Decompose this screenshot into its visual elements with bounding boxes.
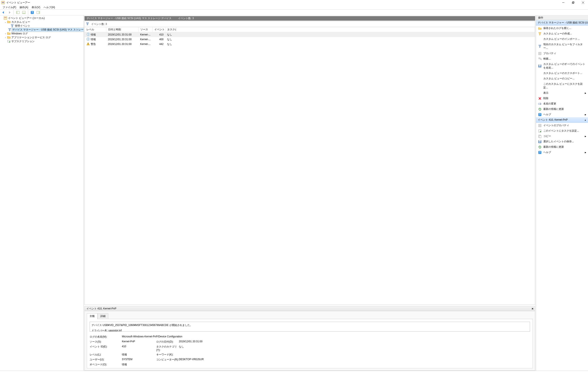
group-title: イベント 410, Kernel-PnP bbox=[538, 118, 567, 122]
col-event-id[interactable]: イベント ... bbox=[152, 27, 165, 32]
tree-windows-logs[interactable]: › Windows ログ bbox=[1, 32, 84, 35]
none-icon bbox=[538, 91, 542, 95]
action-item[interactable]: 削除 bbox=[536, 96, 588, 101]
menu-help[interactable]: ヘルプ(H) bbox=[42, 5, 57, 10]
minimize-button[interactable] bbox=[558, 0, 568, 5]
svg-line-34 bbox=[541, 59, 541, 60]
subscription-icon bbox=[7, 40, 10, 43]
svg-rect-15 bbox=[39, 11, 40, 14]
action-item[interactable]: カスタム ビューの作成... bbox=[536, 31, 588, 36]
toolbar-scope-button[interactable] bbox=[15, 10, 21, 15]
action-item[interactable]: カスタム ビューのすべてのイベントを名前... bbox=[536, 62, 588, 71]
action-item[interactable]: プロパティ bbox=[536, 51, 588, 56]
action-item[interactable]: 現在のカスタム ビューをフィルター... bbox=[536, 42, 588, 51]
action-label: 表示 bbox=[543, 91, 548, 95]
tree-label: アプリケーションとサービス ログ bbox=[11, 36, 51, 39]
actions-group2-header[interactable]: イベント 410, Kernel-PnP ▲ bbox=[536, 117, 588, 123]
actions-group1-header[interactable]: デバイス マネージャー - USB 接続 SCSI (UAS) ... ▲ bbox=[536, 20, 588, 26]
menu-view[interactable]: 表示(V) bbox=[30, 5, 42, 10]
tab-detail[interactable]: 詳細 bbox=[98, 313, 108, 319]
funnel-icon bbox=[86, 22, 89, 26]
tree-selected-view[interactable]: デバイス マネージャー - USB 接続 SCSI (UAS) マス ストレージ… bbox=[1, 28, 84, 32]
back-button[interactable] bbox=[1, 10, 6, 15]
label-task-cat: タスクのカテゴリ(Y): bbox=[156, 345, 179, 352]
action-item[interactable]: ?ヘルプ▶ bbox=[536, 150, 588, 155]
chevron-right-icon: ▶ bbox=[585, 135, 586, 137]
toolbar-help-button[interactable]: ? bbox=[30, 10, 35, 15]
label-source: ソース(S): bbox=[90, 340, 122, 343]
action-item[interactable]: このイベントにタスクを設定... bbox=[536, 128, 588, 134]
action-item[interactable]: 最新の情報に更新 bbox=[536, 107, 588, 112]
link-event-log-help[interactable]: イベント ログのヘルプ bbox=[122, 368, 148, 368]
action-item[interactable]: このカスタム ビューにタスクを設定... bbox=[536, 81, 588, 90]
action-item[interactable]: カスタム ビューのコピー... bbox=[536, 76, 588, 81]
action-item[interactable]: 検索... bbox=[536, 56, 588, 62]
details-close-button[interactable]: ✕ bbox=[532, 307, 534, 310]
maximize-button[interactable] bbox=[568, 0, 578, 5]
expander-icon[interactable]: ⌄ bbox=[4, 21, 7, 23]
action-item[interactable]: コピー▶ bbox=[536, 134, 588, 139]
col-datetime[interactable]: 日付と時刻 bbox=[106, 27, 138, 32]
svg-rect-40 bbox=[538, 103, 541, 105]
tab-general[interactable]: 全般 bbox=[87, 313, 98, 319]
action-label: カスタム ビューの作成... bbox=[543, 32, 572, 35]
label-more-info: 詳細情報(I): bbox=[90, 368, 122, 368]
menu-action[interactable]: 操作(A) bbox=[18, 5, 30, 10]
value-computer: DESKTOP-VR0JSUR bbox=[179, 358, 213, 362]
action-label: カスタム ビューのすべてのイベントを名前... bbox=[543, 62, 586, 70]
col-level[interactable]: レベル bbox=[85, 27, 106, 32]
app-icon bbox=[1, 1, 5, 4]
none-icon bbox=[538, 84, 542, 87]
copy-icon bbox=[538, 135, 542, 138]
titlebar: イベント ビューアー bbox=[0, 0, 588, 5]
action-item[interactable]: 表示▶ bbox=[536, 90, 588, 96]
tree-admin-events[interactable]: 管理イベント bbox=[1, 24, 84, 28]
event-grid-wrap[interactable]: レベル 日付と時刻 ソース イベント ... タスクの... 情報2019/12… bbox=[84, 27, 535, 305]
action-item[interactable]: イベントのプロパティ bbox=[536, 123, 588, 128]
action-item[interactable]: 最新の情報に更新 bbox=[536, 144, 588, 150]
attach-icon bbox=[538, 129, 542, 133]
tree-root[interactable]: イベント ビューアー (ローカル) bbox=[1, 16, 84, 20]
center-header-count: イベント数: 3 bbox=[178, 17, 194, 20]
details-header: イベント 410, Kernel-PnP ✕ bbox=[85, 306, 535, 311]
svg-rect-25 bbox=[88, 39, 88, 40]
menubar: ファイル(F) 操作(A) 表示(V) ヘルプ(H) bbox=[0, 5, 588, 10]
grid-row[interactable]: 警告2019/12/01 20:31:00Kernel-...442なし bbox=[85, 42, 535, 46]
menu-file[interactable]: ファイル(F) bbox=[1, 5, 18, 10]
chevron-right-icon: ▶ bbox=[585, 114, 586, 116]
toolbar-panel-button[interactable] bbox=[36, 10, 41, 15]
grid-row[interactable]: 情報2019/12/01 20:31:00Kernel-...410なし bbox=[85, 32, 535, 37]
svg-rect-2 bbox=[2, 3, 4, 3]
actions-header: 操作 bbox=[536, 15, 588, 20]
svg-rect-9 bbox=[16, 11, 17, 14]
label-log-name: ログの名前(M): bbox=[90, 335, 122, 339]
info-icon bbox=[86, 37, 90, 41]
action-item[interactable]: 選択したイベントの保存... bbox=[536, 139, 588, 144]
tree-label: サブスクリプション bbox=[11, 40, 35, 43]
col-source[interactable]: ソース bbox=[138, 27, 152, 32]
forward-button[interactable] bbox=[7, 10, 12, 15]
action-label: このイベントにタスクを設定... bbox=[543, 129, 579, 133]
action-item[interactable]: カスタム ビューのエクスポート... bbox=[536, 71, 588, 76]
svg-point-49 bbox=[540, 131, 541, 132]
svg-rect-4 bbox=[572, 2, 574, 4]
event-description[interactable]: デバイス USB¥VID_2537&PID_1068¥MSFT300123456… bbox=[90, 322, 530, 332]
action-item[interactable]: カスタム ビューのインポート... bbox=[536, 36, 588, 42]
action-item[interactable]: 保存されたログを開く... bbox=[536, 26, 588, 31]
tree-app-service-logs[interactable]: › アプリケーションとサービス ログ bbox=[1, 35, 84, 39]
action-item[interactable]: 名前の変更 bbox=[536, 101, 588, 107]
tree-custom-views[interactable]: ⌄ カスタム ビュー bbox=[1, 20, 84, 24]
tree-subscriptions[interactable]: サブスクリプション bbox=[1, 39, 84, 43]
tree-label: 管理イベント bbox=[14, 24, 31, 28]
none-icon bbox=[538, 77, 542, 80]
close-button[interactable] bbox=[578, 0, 588, 5]
action-item[interactable]: ?ヘルプ▶ bbox=[536, 112, 588, 117]
grid-row[interactable]: 情報2019/12/01 20:31:00Kernel-...400なし bbox=[85, 37, 535, 42]
col-task[interactable]: タスクの... bbox=[165, 27, 176, 32]
cell-datetime: 2019/12/01 20:31:00 bbox=[106, 42, 138, 46]
none-icon bbox=[538, 72, 542, 75]
expander-icon[interactable]: › bbox=[4, 32, 7, 35]
warn-icon bbox=[86, 42, 90, 46]
toolbar-properties-button[interactable] bbox=[21, 10, 26, 15]
expander-icon[interactable]: › bbox=[4, 36, 7, 39]
